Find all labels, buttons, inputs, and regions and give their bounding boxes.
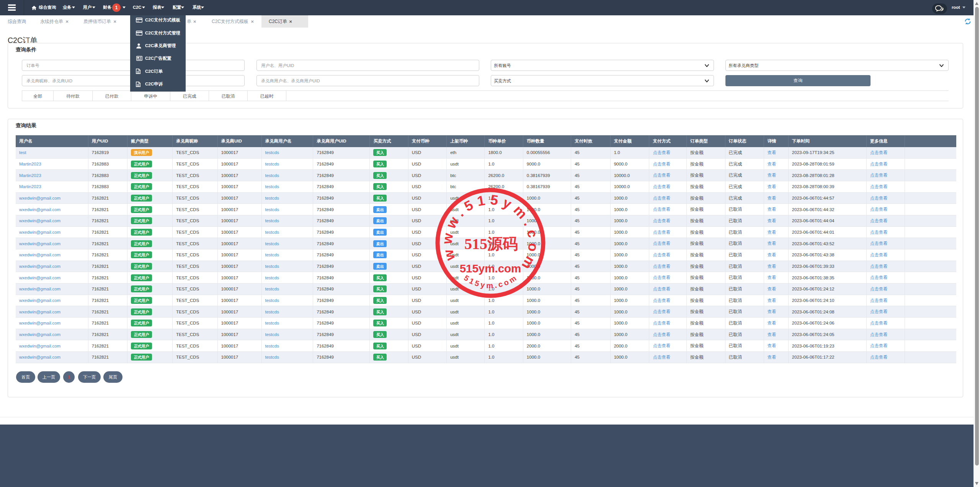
svg-text:515ym.com: 515ym.com xyxy=(462,273,519,290)
svg-text:515ym.com: 515ym.com xyxy=(460,262,521,275)
svg-text:515源码: 515源码 xyxy=(464,235,518,253)
